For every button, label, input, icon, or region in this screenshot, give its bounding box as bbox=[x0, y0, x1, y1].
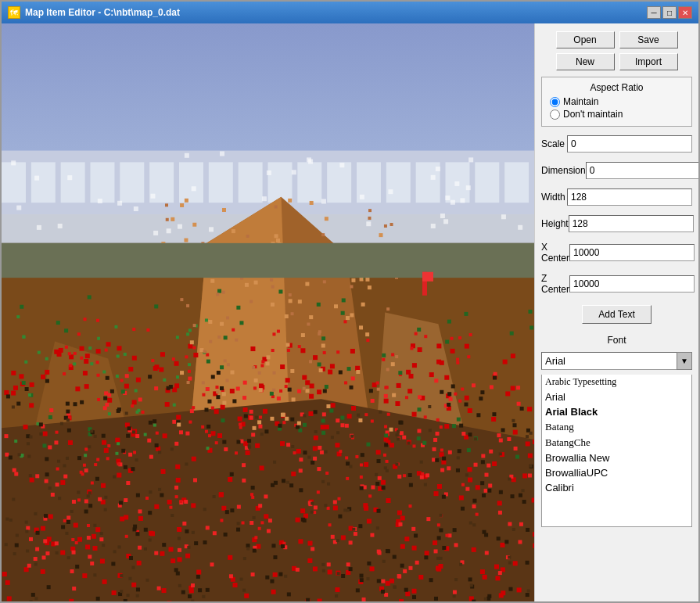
window-controls: ─ □ ✕ bbox=[647, 6, 692, 19]
height-row: Height bbox=[541, 215, 692, 232]
dont-maintain-label: Don't maintain bbox=[563, 109, 623, 120]
maximize-button[interactable]: □ bbox=[662, 6, 677, 19]
aspect-ratio-group: Aspect Ratio Maintain Don't maintain bbox=[541, 77, 692, 127]
font-list-item[interactable]: Arial bbox=[542, 389, 691, 404]
dimension-input[interactable] bbox=[586, 162, 698, 179]
new-button[interactable]: New bbox=[556, 53, 615, 70]
scale-row: Scale bbox=[541, 135, 692, 153]
maintain-radio[interactable] bbox=[550, 97, 560, 107]
font-selected-text: Arial bbox=[545, 355, 565, 367]
font-select-display[interactable]: Arial bbox=[541, 352, 692, 370]
font-label: Font bbox=[541, 335, 692, 346]
save-button[interactable]: Save bbox=[619, 31, 678, 48]
font-list-item[interactable]: Arial Black bbox=[542, 404, 691, 419]
width-row: Width bbox=[541, 188, 692, 206]
aspect-ratio-title: Aspect Ratio bbox=[550, 82, 684, 93]
font-list-item[interactable]: Calibri bbox=[542, 480, 691, 495]
open-save-row: Open Save bbox=[541, 31, 692, 48]
main-content: Open Save New Import Aspect Ratio Mainta… bbox=[2, 23, 698, 601]
height-input[interactable] bbox=[569, 215, 694, 232]
zcenter-row: Z Center bbox=[541, 273, 692, 295]
dimension-row: Dimension bbox=[541, 162, 692, 179]
scale-label: Scale bbox=[541, 138, 567, 149]
title-bar: 🗺 Map Item Editor - C:\nbt\map_0.dat ─ □… bbox=[2, 2, 698, 23]
font-list-item[interactable]: Arabic Typesetting bbox=[542, 375, 691, 389]
xcenter-input[interactable] bbox=[569, 244, 695, 261]
right-panel: Open Save New Import Aspect Ratio Mainta… bbox=[534, 23, 698, 601]
import-button[interactable]: Import bbox=[619, 53, 678, 70]
font-list-item[interactable]: Browallia New bbox=[542, 450, 691, 465]
add-text-button[interactable]: Add Text bbox=[582, 305, 651, 324]
font-select-wrapper: Arial ▼ bbox=[541, 352, 692, 370]
font-list-item[interactable]: BrowalliaUPC bbox=[542, 465, 691, 480]
zcenter-label: Z Center bbox=[541, 273, 569, 295]
maintain-radio-row: Maintain bbox=[550, 96, 684, 107]
dimension-label: Dimension bbox=[541, 165, 586, 176]
width-input[interactable] bbox=[567, 188, 692, 206]
dont-maintain-radio-row: Don't maintain bbox=[550, 109, 684, 120]
width-label: Width bbox=[541, 192, 567, 203]
font-list[interactable]: Arabic Typesetting Arial Arial Black Bat… bbox=[541, 375, 692, 527]
dont-maintain-radio[interactable] bbox=[550, 109, 560, 120]
zcenter-input[interactable] bbox=[569, 275, 695, 293]
font-dropdown-arrow[interactable]: ▼ bbox=[677, 352, 692, 370]
map-canvas bbox=[2, 23, 534, 601]
title-bar-left: 🗺 Map Item Editor - C:\nbt\map_0.dat bbox=[8, 6, 180, 19]
map-canvas-area bbox=[2, 23, 534, 601]
app-icon: 🗺 bbox=[8, 6, 20, 19]
xcenter-label: X Center bbox=[541, 242, 569, 264]
font-list-item[interactable]: Batang bbox=[542, 419, 691, 435]
window-title: Map Item Editor - C:\nbt\map_0.dat bbox=[25, 7, 180, 18]
new-import-row: New Import bbox=[541, 53, 692, 70]
maintain-label: Maintain bbox=[563, 96, 598, 107]
main-window: 🗺 Map Item Editor - C:\nbt\map_0.dat ─ □… bbox=[0, 0, 700, 603]
height-label: Height bbox=[541, 218, 569, 229]
minimize-button[interactable]: ─ bbox=[647, 6, 661, 19]
open-button[interactable]: Open bbox=[556, 31, 615, 48]
scale-input[interactable] bbox=[567, 135, 692, 153]
xcenter-row: X Center bbox=[541, 242, 692, 264]
font-list-item[interactable]: BatangChe bbox=[542, 435, 691, 450]
close-button[interactable]: ✕ bbox=[678, 6, 692, 19]
